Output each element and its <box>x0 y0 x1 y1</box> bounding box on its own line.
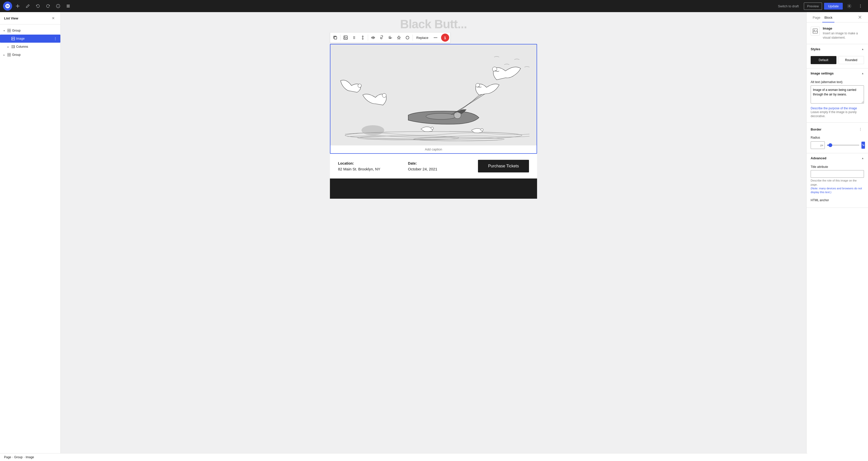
tab-block[interactable]: Block <box>822 12 834 23</box>
svg-point-10 <box>860 4 861 5</box>
svg-point-41 <box>358 136 459 140</box>
tree-item-columns[interactable]: ▸ Columns <box>0 43 60 51</box>
more-options-toolbar-button[interactable] <box>432 34 439 42</box>
describe-purpose-link[interactable]: Describe the purpose of the image <box>811 106 857 110</box>
title-attribute-input[interactable] <box>811 170 864 178</box>
svg-rect-26 <box>334 37 337 39</box>
image-settings-title: Image settings <box>811 71 834 75</box>
border-section-header[interactable]: Border ⋮ <box>807 123 868 136</box>
info-button[interactable]: i <box>54 1 63 10</box>
sidebar-right-header: Page Block <box>807 12 868 23</box>
circle-button[interactable] <box>403 34 411 42</box>
tree-item-image[interactable]: ▸ Image ⋮ <box>0 35 60 43</box>
breadcrumb-page[interactable]: Page <box>4 456 11 459</box>
tree-item-label: Group <box>12 53 58 57</box>
block-info-icon <box>811 27 820 36</box>
svg-point-9 <box>849 5 850 7</box>
svg-rect-6 <box>67 5 70 5</box>
step-badge: 1 <box>441 34 449 42</box>
image-type-button[interactable] <box>342 34 350 42</box>
advanced-section-title: Advanced <box>811 156 826 160</box>
svg-point-46 <box>476 83 480 87</box>
svg-point-33 <box>353 38 354 39</box>
crop-button[interactable] <box>386 34 394 42</box>
move-up-down-button[interactable] <box>359 34 367 42</box>
styles-section-header[interactable]: Styles ▲ <box>807 44 868 54</box>
add-block-button[interactable] <box>13 1 22 10</box>
svg-point-36 <box>406 36 409 39</box>
style-default-button[interactable]: Default <box>811 56 836 64</box>
svg-rect-19 <box>11 45 12 48</box>
svg-rect-16 <box>9 31 10 32</box>
more-options-button[interactable] <box>856 1 865 10</box>
link-button[interactable] <box>378 34 386 42</box>
pin-button[interactable] <box>395 34 403 42</box>
drag-handle[interactable] <box>350 34 358 42</box>
breadcrumb-group[interactable]: Group <box>14 456 23 459</box>
breadcrumb-sep-1: › <box>12 456 13 459</box>
tree-item-more-button[interactable]: ⋮ <box>52 36 58 42</box>
image-caption-input[interactable] <box>331 145 536 153</box>
svg-rect-14 <box>9 29 10 30</box>
list-view-title: List View <box>4 17 18 20</box>
svg-point-48 <box>382 93 386 97</box>
copy-block-button[interactable] <box>331 34 339 42</box>
group-block-icon <box>7 29 11 33</box>
tree-item-group-1[interactable]: ▾ Group <box>0 27 60 35</box>
radius-input-wrapper: px <box>811 141 825 149</box>
radius-slider[interactable] <box>827 145 860 146</box>
preview-button[interactable]: Preview <box>804 2 822 10</box>
replace-button[interactable]: Replace <box>414 34 431 41</box>
tree-item-label: Columns <box>16 45 58 48</box>
alt-text-label: Alt text (alternative text) <box>811 80 864 84</box>
svg-rect-8 <box>67 7 70 7</box>
redo-button[interactable] <box>43 1 53 10</box>
svg-point-29 <box>353 36 354 37</box>
purchase-tickets-button[interactable]: Purchase Tickets <box>478 160 529 172</box>
switch-to-draft-button[interactable]: Switch to draft <box>775 3 802 9</box>
image-block[interactable] <box>330 44 537 154</box>
radius-link-button[interactable] <box>862 142 865 149</box>
tree-item-group-2[interactable]: ▸ Group <box>0 51 60 59</box>
edit-button[interactable] <box>23 1 32 10</box>
title-note-link[interactable]: (Note: many devices and browsers do not … <box>811 187 862 194</box>
svg-point-53 <box>814 30 815 31</box>
block-info-text: Image Insert an image to make a visual s… <box>823 27 864 40</box>
svg-point-47 <box>492 67 497 71</box>
settings-button[interactable] <box>845 1 854 10</box>
topbar-right-actions: Switch to draft Preview Update <box>775 1 865 10</box>
list-view-button[interactable] <box>64 1 73 10</box>
breadcrumb-image[interactable]: Image <box>26 456 34 459</box>
location-field: Location: 82 Main St. Brooklyn, NY <box>338 161 398 171</box>
wp-logo[interactable]: W <box>3 1 12 10</box>
date-value: October 24, 2021 <box>408 167 468 171</box>
style-rounded-button[interactable]: Rounded <box>838 56 864 64</box>
svg-rect-20 <box>13 45 14 48</box>
align-button[interactable] <box>369 34 377 42</box>
border-section-body: Radius px <box>807 136 868 153</box>
border-more-button[interactable]: ⋮ <box>857 126 864 133</box>
chevron-right-icon: ▸ <box>6 45 10 49</box>
list-view-close-button[interactable]: ✕ <box>50 15 56 21</box>
main-editor-area: Black Butt... <box>61 12 806 461</box>
breadcrumb-sep-2: › <box>24 456 25 459</box>
image-settings-chevron-up-icon: ▲ <box>862 72 864 75</box>
title-attribute-field-section: Title attribute Describe the role of thi… <box>811 165 864 194</box>
svg-point-51 <box>481 129 483 131</box>
tab-page[interactable]: Page <box>811 12 822 23</box>
advanced-section-header[interactable]: Advanced ▲ <box>807 153 868 163</box>
undo-button[interactable] <box>33 1 42 10</box>
svg-point-39 <box>436 37 437 38</box>
image-settings-header[interactable]: Image settings ▲ <box>807 68 868 78</box>
alt-text-textarea[interactable]: Image of a woman being carried through t… <box>811 85 864 103</box>
svg-rect-52 <box>813 29 817 33</box>
html-anchor-label: HTML anchor <box>811 198 864 202</box>
svg-point-37 <box>434 37 434 38</box>
update-button[interactable]: Update <box>824 3 843 9</box>
svg-rect-25 <box>9 55 10 56</box>
svg-point-11 <box>860 6 861 6</box>
styles-section-title: Styles <box>811 47 820 51</box>
svg-point-30 <box>354 36 355 37</box>
svg-point-34 <box>354 38 355 39</box>
sidebar-right-close-button[interactable] <box>856 13 864 21</box>
